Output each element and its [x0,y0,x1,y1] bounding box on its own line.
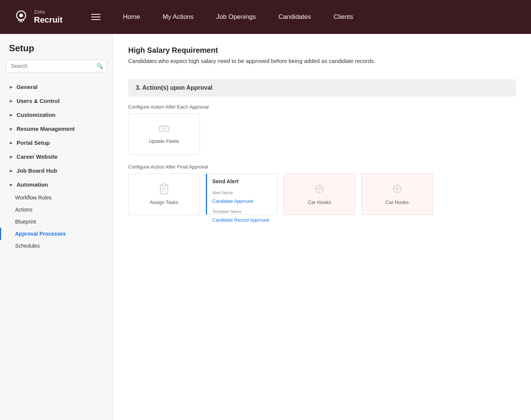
sidebar-item-career-website[interactable]: ► Career Website [0,150,113,164]
assign-tasks-label: Assign Tasks [150,199,178,205]
nav-links: Home My Actions Job Openings Candidates … [123,13,353,21]
action-cards-final: Assign Tasks Send Alert Alert Name Candi… [128,173,516,215]
arrow-icon: ► [9,182,14,187]
sidebar-item-portal-setup[interactable]: ► Portal Setup [0,136,113,150]
sidebar-item-job-board-hub[interactable]: ► Job Board Hub [0,164,113,178]
logo: Zoho Recruit [12,8,72,26]
car-hooks-2-icon [392,184,402,196]
arrow-icon: ► [9,84,14,90]
configure-after-each-label: Configure Action After Each Approval [128,104,516,110]
nav-clients[interactable]: Clients [333,13,353,21]
action-cards-each: Update Fields [128,113,516,155]
nav-my-actions[interactable]: My Actions [163,13,193,21]
section3-header: 3. Action(s) upon Approval [128,79,516,97]
template-name-label: Template Name [212,209,241,214]
svg-point-17 [396,188,398,190]
arrow-icon: ► [9,154,14,159]
zoho-recruit-logo [12,8,30,26]
arrow-icon: ► [9,168,14,173]
assign-tasks-icon [159,184,169,196]
arrow-icon: ► [9,98,14,104]
page-description: Candidates who expect high salary need t… [128,58,516,64]
alert-name-label: Alert Name [212,190,233,195]
top-nav: Zoho Recruit Home My Actions Job Opening… [0,0,531,34]
nav-home[interactable]: Home [123,13,140,21]
card-assign-tasks[interactable]: Assign Tasks [128,173,200,215]
sidebar-search-container: 🔍 [6,60,107,72]
template-name-value: Candidate Record Approved [212,218,269,223]
main-layout: Setup 🔍 ► General ► Users & Control ► Cu… [0,34,531,420]
sidebar-sub-workflow-rules[interactable]: Workflow Rules [0,192,113,204]
card-car-hooks-2[interactable]: Car Hooks [361,173,433,215]
sidebar: Setup 🔍 ► General ► Users & Control ► Cu… [0,34,113,420]
sidebar-sub-approval-processes[interactable]: Approval Processes [0,228,113,240]
recruit-label: Recruit [34,15,63,25]
sidebar-sub-schedules[interactable]: Schedules [0,240,113,252]
logo-text: Zoho Recruit [34,9,63,25]
sidebar-sub-blueprint[interactable]: Blueprint [0,216,113,228]
car-hooks-2-label: Car Hooks [385,199,408,205]
update-fields-icon [159,125,169,135]
sidebar-title: Setup [0,43,113,60]
alert-name-value: Candidate Approved [212,199,253,204]
sidebar-sub-actions[interactable]: Actions [0,204,113,216]
zoho-label: Zoho [34,9,63,15]
svg-point-1 [19,14,23,17]
car-hooks-1-label: Car Hooks [308,199,331,205]
sidebar-item-resume-management[interactable]: ► Resume Management [0,122,113,136]
configure-after-final-label: Configure Action After Final Approval [128,164,516,170]
search-icon: 🔍 [97,63,103,69]
search-input[interactable] [6,60,107,72]
update-fields-label: Update Fields [149,138,179,144]
sidebar-item-customization[interactable]: ► Customization [0,108,113,122]
svg-point-11 [318,188,321,190]
arrow-icon: ► [9,126,14,132]
page-title: High Salary Requirement [128,46,516,55]
hamburger-menu[interactable] [91,14,100,20]
send-alert-title: Send Alert [212,178,239,184]
sidebar-item-general[interactable]: ► General [0,80,113,94]
sidebar-item-automation[interactable]: ► Automation [0,178,113,192]
arrow-icon: ► [9,140,14,146]
svg-rect-6 [163,184,166,186]
nav-job-openings[interactable]: Job Openings [216,13,256,21]
nav-candidates[interactable]: Candidates [278,13,311,21]
content-area: High Salary Requirement Candidates who e… [113,34,531,420]
card-send-alert[interactable]: Send Alert Alert Name Candidate Approved… [206,173,278,215]
arrow-icon: ► [9,112,14,118]
card-car-hooks-1[interactable]: Car Hooks [284,173,355,215]
sidebar-item-users-control[interactable]: ► Users & Control [0,94,113,108]
car-hooks-1-icon [314,184,325,196]
card-update-fields[interactable]: Update Fields [128,113,200,155]
